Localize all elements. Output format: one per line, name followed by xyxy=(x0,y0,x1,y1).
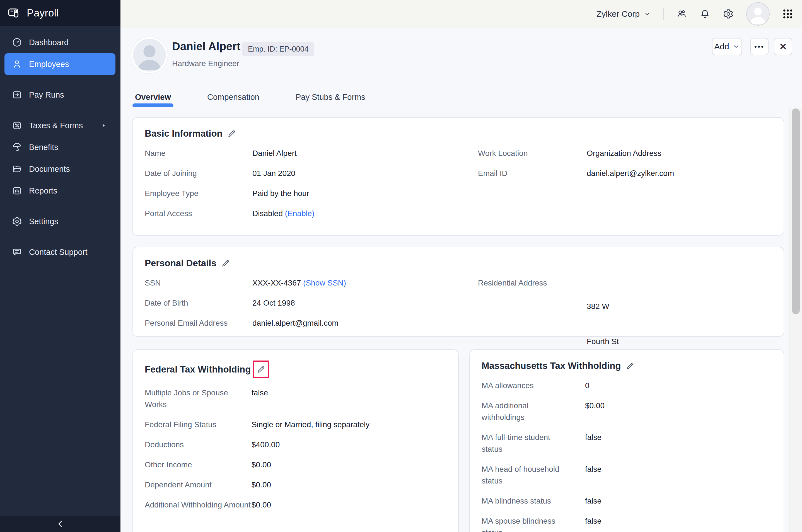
employees-icon xyxy=(12,59,22,70)
sidebar: Payroll Dashboard Employees Pay Runs xyxy=(0,0,120,532)
sidebar-item-label: Benefits xyxy=(29,143,58,152)
add-button-label: Add xyxy=(714,42,729,51)
field-label: MA head of household status xyxy=(482,463,565,487)
field-row: Portal Access Disabled (Enable) xyxy=(145,208,478,220)
field-label: Personal Email Address xyxy=(145,317,252,329)
employee-avatar xyxy=(133,39,166,72)
sidebar-item-taxes-forms[interactable]: Taxes & Forms xyxy=(4,115,115,136)
card-title: Massachusetts Tax Withholding xyxy=(482,361,621,371)
field-label: Other Income xyxy=(145,459,251,471)
edit-ma-tax-button[interactable] xyxy=(626,361,635,370)
field-label: Date of Birth xyxy=(145,297,252,309)
edit-basic-information-button[interactable] xyxy=(227,129,236,138)
field-value: Daniel Alpert xyxy=(252,148,297,159)
pencil-icon xyxy=(626,361,635,370)
org-name: Zylker Corp xyxy=(596,9,640,19)
topbar-divider xyxy=(663,7,664,20)
field-label: Deductions xyxy=(145,439,251,451)
field-value: false xyxy=(585,515,602,532)
edit-federal-tax-button[interactable] xyxy=(253,361,269,378)
main-area: Zylker Corp xyxy=(120,0,802,532)
card-title: Personal Details xyxy=(145,258,216,268)
field-row: MA spouse blindness status false xyxy=(482,515,772,532)
field-row: Email ID daniel.alpert@zylker.com xyxy=(478,168,772,179)
sidebar-item-pay-runs[interactable]: Pay Runs xyxy=(4,84,115,106)
field-row: MA additional withholdings $0.00 xyxy=(482,400,772,423)
field-row: Dependent Amount $0.00 xyxy=(145,479,446,491)
user-avatar[interactable] xyxy=(746,2,770,26)
topbar: Zylker Corp xyxy=(120,0,802,28)
field-value: Organization Address xyxy=(587,148,662,159)
personal-details-card: Personal Details SSN XXX-XX-4367 (Show S… xyxy=(132,247,784,337)
massachusetts-tax-withholding-card: Massachusetts Tax Withholding MA allowan… xyxy=(469,349,784,532)
federal-tax-withholding-card: Federal Tax Withholding Multiple Jobs or… xyxy=(132,349,459,532)
chevron-down-icon xyxy=(644,10,651,18)
avatar-silhouette-icon xyxy=(747,3,769,25)
avatar-silhouette-icon xyxy=(133,39,166,72)
field-value: false xyxy=(251,387,268,411)
card-title: Federal Tax Withholding xyxy=(145,364,251,375)
field-value: $0.00 xyxy=(251,479,271,491)
sidebar-item-documents[interactable]: Documents xyxy=(4,158,115,180)
field-label: Name xyxy=(145,148,252,159)
field-value: Disabled (Enable) xyxy=(252,208,314,220)
field-row: Employee Type Paid by the hour xyxy=(145,188,478,200)
field-label: Portal Access xyxy=(145,208,252,220)
basic-information-card: Basic Information Name Daniel Alpert Dat… xyxy=(132,117,784,235)
sidebar-item-label: Dashboard xyxy=(29,38,69,47)
sidebar-item-label: Settings xyxy=(29,217,58,226)
employee-header: Daniel Alpert Emp. ID: EP-0004 Hardware … xyxy=(120,28,802,107)
sidebar-item-settings[interactable]: Settings xyxy=(4,210,115,232)
field-value: 0 xyxy=(585,380,590,392)
field-value: 01 Jan 2020 xyxy=(252,168,295,179)
field-label: MA allowances xyxy=(482,380,565,392)
card-title: Basic Information xyxy=(145,128,223,139)
notifications-bell-icon[interactable] xyxy=(700,8,710,20)
pay-runs-icon xyxy=(12,90,22,100)
field-row: Personal Email Address daniel.alpert@gma… xyxy=(145,317,478,329)
sidebar-item-label: Taxes & Forms xyxy=(29,121,83,130)
app-logo: Payroll xyxy=(0,0,120,26)
sidebar-item-dashboard[interactable]: Dashboard xyxy=(4,32,115,53)
scrollbar-track[interactable] xyxy=(789,108,802,532)
sidebar-item-label: Reports xyxy=(29,186,57,195)
field-row: MA head of household status false xyxy=(482,463,772,487)
field-row: Work Location Organization Address xyxy=(478,148,772,159)
apps-grid-icon[interactable] xyxy=(782,8,794,20)
field-value: false xyxy=(585,463,602,487)
field-row: Federal Filing Status Single or Married,… xyxy=(145,419,446,431)
add-button[interactable]: Add xyxy=(712,38,742,55)
sidebar-collapse-button[interactable] xyxy=(0,516,120,532)
scrollbar-thumb[interactable] xyxy=(792,109,800,314)
settings-gear-icon xyxy=(12,216,22,227)
sidebar-item-employees[interactable]: Employees xyxy=(4,53,115,75)
settings-gear-icon[interactable] xyxy=(723,8,734,20)
field-value: Paid by the hour xyxy=(252,188,309,200)
field-label: SSN xyxy=(145,277,252,289)
sidebar-item-contact-support[interactable]: Contact Support xyxy=(4,241,115,263)
org-switcher[interactable]: Zylker Corp xyxy=(596,9,651,19)
edit-personal-details-button[interactable] xyxy=(221,259,230,268)
close-icon: ✕ xyxy=(779,41,787,52)
enable-portal-link[interactable]: (Enable) xyxy=(285,209,314,218)
field-value: Single or Married, filing separately xyxy=(251,419,369,431)
payroll-logo-icon xyxy=(7,6,21,20)
close-button[interactable]: ✕ xyxy=(774,38,792,55)
field-label: MA blindness status xyxy=(482,495,565,507)
tab-overview[interactable]: Overview xyxy=(135,93,171,102)
field-label: Employee Type xyxy=(145,188,252,200)
tab-compensation[interactable]: Compensation xyxy=(207,93,259,102)
users-icon[interactable] xyxy=(676,8,687,20)
sidebar-item-benefits[interactable]: Benefits xyxy=(4,136,115,158)
field-row: MA full-time student status false xyxy=(482,432,772,455)
more-actions-button[interactable]: ••• xyxy=(750,38,768,55)
field-label: MA additional withholdings xyxy=(482,400,565,423)
employee-id-badge: Emp. ID: EP-0004 xyxy=(242,42,314,56)
employee-role: Hardware Engineer xyxy=(172,59,239,68)
taxes-forms-icon xyxy=(12,120,22,131)
field-value: XXX-XX-4367 (Show SSN) xyxy=(252,277,346,289)
show-ssn-link[interactable]: (Show SSN) xyxy=(303,279,346,287)
tab-pay-stubs-forms[interactable]: Pay Stubs & Forms xyxy=(295,93,365,102)
field-label: Date of Joining xyxy=(145,168,252,179)
sidebar-item-reports[interactable]: Reports xyxy=(4,180,115,202)
